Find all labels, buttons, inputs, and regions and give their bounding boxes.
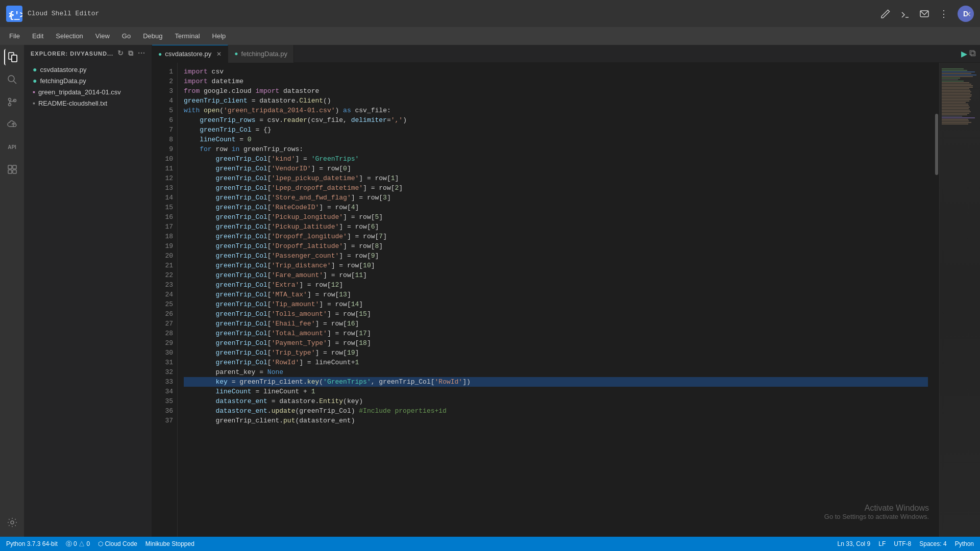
titlebar: {'>'} >_ Cloud Shell Editor ⋮ D xyxy=(0,0,980,27)
line-num-25: 25 xyxy=(152,299,173,309)
svg-point-11 xyxy=(8,104,11,106)
status-errors[interactable]: ⓪ 0 △ 0 xyxy=(66,540,90,548)
position-text: Ln 33, Col 9 xyxy=(838,540,871,547)
menu-edit[interactable]: Edit xyxy=(27,30,48,42)
mail-icon[interactable] xyxy=(919,8,930,19)
line-num-10: 10 xyxy=(152,154,173,164)
tab-icon-fetch: ● xyxy=(234,50,238,57)
scrollbar[interactable] xyxy=(934,63,939,537)
code-line-3: from google.cloud import datastore xyxy=(184,86,928,96)
line-num-19: 19 xyxy=(152,241,173,251)
tab-close-csv[interactable]: ✕ xyxy=(216,51,222,58)
more-icon[interactable]: ⋮ xyxy=(938,8,949,19)
line-num-23: 23 xyxy=(152,280,173,290)
file-name-fetchingdata: fetchingData.py xyxy=(40,77,86,85)
file-icon-csv: ▪ xyxy=(33,88,35,96)
activity-settings[interactable] xyxy=(4,514,20,531)
tab-csvdatastore[interactable]: ● csvdatastore.py ✕ xyxy=(152,45,228,63)
code-line-32: parent_key = None xyxy=(184,367,928,377)
status-encoding[interactable]: UTF-8 xyxy=(894,540,911,547)
file-name-csv: green_tripdata_2014-01.csv xyxy=(38,88,121,96)
minikube-text: Minikube Stopped xyxy=(145,540,194,547)
line-num-35: 35 xyxy=(152,396,173,406)
code-line-13: greenTrip_Col['Lpep_dropoff_datetime'] =… xyxy=(184,183,928,193)
status-indent[interactable]: Spaces: 4 xyxy=(919,540,946,547)
status-cloud-code[interactable]: ⬡ Cloud Code xyxy=(98,540,137,547)
status-python-version[interactable]: Python 3.7.3 64-bit xyxy=(6,540,58,547)
menu-file[interactable]: File xyxy=(4,30,25,42)
code-line-2: import datetime xyxy=(184,77,928,86)
file-item-fetchingdata[interactable]: ● fetchingData.py xyxy=(24,75,152,86)
code-line-37: greenTrip_client.put(datastore_ent) xyxy=(184,416,928,425)
split-editor-icon[interactable]: ⧉ xyxy=(969,48,976,59)
code-line-7: greenTrip_Col = {} xyxy=(184,125,928,135)
more-files-icon[interactable]: ··· xyxy=(138,49,145,58)
code-line-24: greenTrip_Col['MTA_tax'] = row[13] xyxy=(184,290,928,299)
line-num-29: 29 xyxy=(152,338,173,348)
svg-point-21 xyxy=(11,521,14,524)
refresh-icon[interactable]: ↻ xyxy=(117,49,124,58)
menu-go[interactable]: Go xyxy=(117,30,136,42)
line-ending-text: LF xyxy=(878,540,886,547)
code-editor: 1 2 3 4 5 6 7 8 9 10 11 12 13 14 15 16 1… xyxy=(152,63,980,537)
line-num-6: 6 xyxy=(152,115,173,125)
status-position[interactable]: Ln 33, Col 9 xyxy=(838,540,871,547)
close-button[interactable]: ✕ xyxy=(957,0,980,27)
svg-rect-20 xyxy=(13,170,16,173)
run-button[interactable]: ▶ xyxy=(961,47,967,60)
menu-selection[interactable]: Selection xyxy=(51,30,88,42)
line-num-4: 4 xyxy=(152,96,173,106)
tabs-bar-run: ▶ ⧉ xyxy=(961,47,980,60)
code-line-11: greenTrip_Col['VendorID'] = row[0] xyxy=(184,164,928,173)
code-line-23: greenTrip_Col['Extra'] = row[12] xyxy=(184,280,928,290)
line-num-26: 26 xyxy=(152,309,173,319)
language-text: Python xyxy=(955,540,974,547)
line-num-33: 33 xyxy=(152,377,173,387)
status-language[interactable]: Python xyxy=(955,540,974,547)
file-tree: ● csvdatastore.py ● fetchingData.py ▪ gr… xyxy=(24,62,152,111)
activity-explorer[interactable] xyxy=(4,49,20,65)
svg-point-10 xyxy=(8,98,11,101)
file-item-readme[interactable]: ▪ README-cloudshell.txt xyxy=(24,97,152,109)
menu-view[interactable]: View xyxy=(90,30,115,42)
sidebar-header-icons: ↻ ⧉ ··· xyxy=(117,49,145,58)
status-line-ending[interactable]: LF xyxy=(878,540,886,547)
activity-search[interactable] xyxy=(4,71,20,88)
edit-icon[interactable] xyxy=(880,8,891,19)
svg-rect-19 xyxy=(8,170,12,173)
code-line-9: for row in greenTrip_rows: xyxy=(184,144,928,154)
line-num-11: 11 xyxy=(152,164,173,173)
code-line-1: import csv xyxy=(184,67,928,77)
statusbar-left: Python 3.7.3 64-bit ⓪ 0 △ 0 ⬡ Cloud Code… xyxy=(6,540,194,548)
main-layout: API EXPLORER: DIVYASUND... ↻ ⧉ ··· xyxy=(0,45,980,537)
tab-label-csv: csvdatastore.py xyxy=(165,50,211,58)
file-item-csvdatastore[interactable]: ● csvdatastore.py xyxy=(24,64,152,75)
menu-terminal[interactable]: Terminal xyxy=(169,30,205,42)
minimap xyxy=(939,63,980,537)
code-line-8: lineCount = 0 xyxy=(184,135,928,144)
menu-debug[interactable]: Debug xyxy=(138,30,167,42)
line-num-12: 12 xyxy=(152,173,173,183)
file-item-csv[interactable]: ▪ green_tripdata_2014-01.csv xyxy=(24,86,152,97)
line-num-3: 3 xyxy=(152,86,173,96)
app-logo-icon: {'>'} >_ xyxy=(6,6,22,22)
terminal-icon[interactable] xyxy=(899,8,911,19)
code-content[interactable]: import csv import datetime from google.c… xyxy=(178,63,934,537)
code-line-20: greenTrip_Col['Passenger_count'] = row[9… xyxy=(184,251,928,261)
activity-api[interactable]: API xyxy=(4,139,20,155)
code-line-15: greenTrip_Col['RateCodeID'] = row[4] xyxy=(184,203,928,212)
scrollbar-thumb[interactable] xyxy=(935,114,938,175)
menu-help[interactable]: Help xyxy=(207,30,231,42)
code-line-29: greenTrip_Col['Payment_Type'] = row[18] xyxy=(184,338,928,348)
collapse-icon[interactable]: ⧉ xyxy=(128,49,134,58)
line-num-13: 13 xyxy=(152,183,173,193)
activity-extensions[interactable] xyxy=(4,161,20,178)
tab-fetchingdata[interactable]: ● fetchingData.py xyxy=(228,45,294,63)
activity-cloud[interactable] xyxy=(4,116,20,133)
line-num-30: 30 xyxy=(152,348,173,358)
errors-text: ⓪ 0 △ 0 xyxy=(66,540,90,548)
activity-git[interactable] xyxy=(4,94,20,110)
status-minikube[interactable]: Minikube Stopped xyxy=(145,540,194,547)
editor-area: ● csvdatastore.py ✕ ● fetchingData.py ▶ … xyxy=(152,45,980,537)
line-num-16: 16 xyxy=(152,212,173,222)
